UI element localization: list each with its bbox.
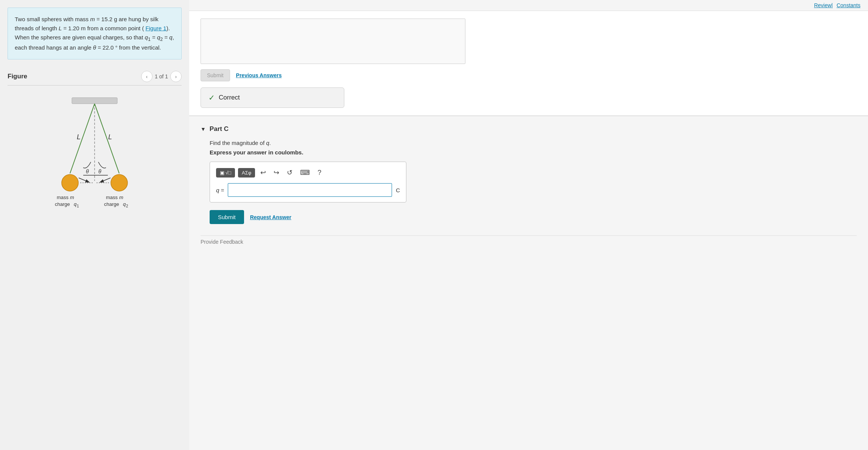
figure1-link[interactable]: Figure 1: [146, 25, 166, 31]
svg-point-7: [62, 174, 78, 191]
coulombs-unit: C: [396, 187, 400, 193]
part-c-section: ▼ Part C Find the magnitude of q. Expres…: [189, 116, 868, 256]
math-input-container: ▣ √□ ΑΣφ ↩ ↪ ↺ ⌨ ? q = C: [210, 162, 406, 202]
svg-line-3: [95, 104, 119, 173]
figure-nav: ‹ 1 of 1 ›: [141, 71, 182, 82]
redo-button[interactable]: ↪: [271, 167, 282, 178]
checkmark-icon: ✓: [208, 93, 215, 102]
part-c-body: Find the magnitude of q. Express your an…: [201, 140, 857, 224]
nav-separator: |: [831, 2, 833, 8]
greek-label: ΑΣφ: [242, 170, 251, 176]
request-answer-link[interactable]: Request Answer: [250, 214, 291, 220]
svg-text:q: q: [123, 201, 126, 207]
next-figure-button[interactable]: ›: [170, 71, 182, 82]
sqrt-icon: √□: [226, 170, 231, 176]
figure-counter: 1 of 1: [155, 73, 168, 79]
svg-text:θ: θ: [86, 168, 89, 174]
express-text: Express your answer in coulombs.: [210, 149, 857, 156]
svg-line-14: [101, 178, 110, 182]
figure-canvas: L L θ θ mass m charge q 1 mass m charge …: [8, 90, 182, 226]
svg-text:m: m: [70, 195, 74, 200]
right-panel: Review | Constants Submit Previous Answe…: [189, 0, 868, 450]
q-equals-label: q =: [216, 187, 224, 193]
svg-text:charge: charge: [55, 201, 70, 207]
submit-button-disabled: Submit: [201, 69, 230, 81]
find-text: Find the magnitude of q.: [210, 140, 857, 146]
problem-text-box: Two small spheres with mass m = 15.2 g a…: [8, 8, 182, 59]
physics-diagram: L L θ θ mass m charge q 1 mass m charge …: [34, 94, 155, 223]
prev-figure-button[interactable]: ‹: [141, 71, 152, 82]
svg-text:1: 1: [77, 204, 79, 208]
math-input-row: q = C: [216, 183, 400, 197]
matrix-sqrt-button[interactable]: ▣ √□: [216, 168, 235, 178]
part-c-title: Part C: [210, 125, 229, 133]
left-panel: Two small spheres with mass m = 15.2 g a…: [0, 0, 189, 450]
svg-point-8: [111, 174, 128, 191]
part-c-actions: Submit Request Answer: [210, 210, 857, 224]
refresh-button[interactable]: ↺: [285, 167, 295, 178]
svg-text:q: q: [74, 201, 77, 207]
submit-row: Submit Previous Answers: [201, 69, 857, 81]
q-input-field[interactable]: [228, 183, 392, 197]
provide-feedback: Provide Feedback: [201, 235, 857, 245]
svg-rect-0: [72, 98, 117, 104]
provide-feedback-link[interactable]: Provide Feedback: [201, 239, 243, 245]
svg-text:θ: θ: [98, 168, 101, 174]
greek-symbols-button[interactable]: ΑΣφ: [238, 168, 255, 178]
svg-text:mass: mass: [106, 195, 118, 200]
collapse-triangle-icon[interactable]: ▼: [201, 126, 206, 132]
answer-area: Submit Previous Answers ✓ Correct: [189, 11, 868, 116]
constants-link[interactable]: Constants: [837, 2, 860, 8]
top-nav: Review | Constants: [189, 0, 868, 11]
help-button[interactable]: ?: [315, 168, 324, 178]
previous-answers-link[interactable]: Previous Answers: [236, 72, 282, 78]
previous-answer-box: [201, 19, 465, 64]
matrix-icon: ▣: [220, 170, 224, 176]
svg-text:L: L: [77, 133, 81, 141]
svg-line-2: [70, 104, 95, 173]
figure-header: Figure ‹ 1 of 1 ›: [8, 71, 182, 82]
svg-text:2: 2: [126, 204, 128, 208]
keyboard-button[interactable]: ⌨: [298, 167, 312, 178]
svg-text:mass: mass: [57, 195, 69, 200]
correct-box: ✓ Correct: [201, 87, 344, 108]
svg-text:charge: charge: [104, 201, 119, 207]
svg-line-13: [79, 178, 88, 182]
svg-text:m: m: [119, 195, 123, 200]
part-c-submit-button[interactable]: Submit: [210, 210, 244, 224]
part-c-header: ▼ Part C: [201, 125, 857, 133]
figure-divider: [8, 85, 182, 86]
svg-text:L: L: [108, 133, 112, 141]
correct-label: Correct: [219, 94, 240, 101]
undo-button[interactable]: ↩: [258, 167, 268, 178]
review-link[interactable]: Review: [814, 2, 831, 8]
figure-title: Figure: [8, 73, 27, 80]
figure-section: Figure ‹ 1 of 1 ›: [8, 71, 182, 226]
math-toolbar: ▣ √□ ΑΣφ ↩ ↪ ↺ ⌨ ?: [216, 167, 400, 178]
